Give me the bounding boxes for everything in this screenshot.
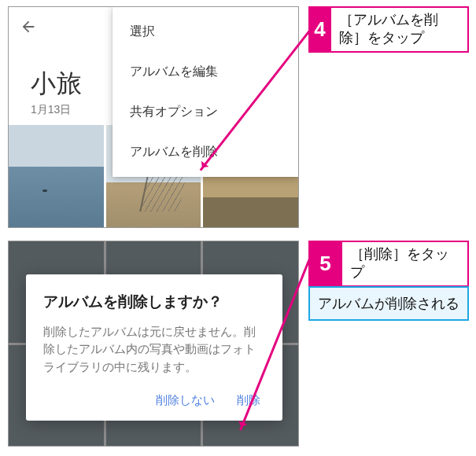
delete-dialog: アルバムを削除しますか？ 削除したアルバムは元に戻せません。削除したアルバム内の… — [26, 274, 282, 421]
step-number: 5 — [308, 241, 342, 287]
figure-step4: 小旅 1月13日 選択 アルバムを編集 共有オプション アルバムを削除 — [8, 6, 299, 228]
thumbnail[interactable] — [9, 125, 104, 228]
dialog-actions: 削除しない 削除 — [43, 393, 265, 411]
step-number: 4 — [308, 6, 331, 53]
back-arrow-icon[interactable] — [20, 18, 37, 35]
dialog-body: 削除したアルバムは元に戻せません。削除したアルバム内の写真や動画はフォト ライブ… — [43, 323, 265, 376]
menu-item-edit-album[interactable]: アルバムを編集 — [113, 52, 299, 92]
figure-step5: アルバムを削除しますか？ 削除したアルバムは元に戻せません。削除したアルバム内の… — [8, 241, 299, 447]
menu-item-share-options[interactable]: 共有オプション — [113, 92, 299, 132]
callout-step5: 5 ［削除］をタップ — [308, 241, 469, 287]
step-text: ［アルバムを削除］をタップ — [331, 6, 469, 53]
album-title: 小旅 — [31, 67, 83, 101]
album-date: 1月13日 — [31, 103, 71, 117]
dialog-cancel-button[interactable]: 削除しない — [156, 393, 215, 408]
callout-step4: 4 ［アルバムを削除］をタップ — [308, 6, 469, 53]
overflow-menu: 選択 アルバムを編集 共有オプション アルバムを削除 — [113, 7, 299, 177]
dialog-title: アルバムを削除しますか？ — [43, 292, 265, 312]
step-text: ［削除］をタップ — [342, 241, 469, 287]
result-note: アルバムが削除される — [308, 286, 469, 321]
menu-item-select[interactable]: 選択 — [113, 12, 299, 52]
